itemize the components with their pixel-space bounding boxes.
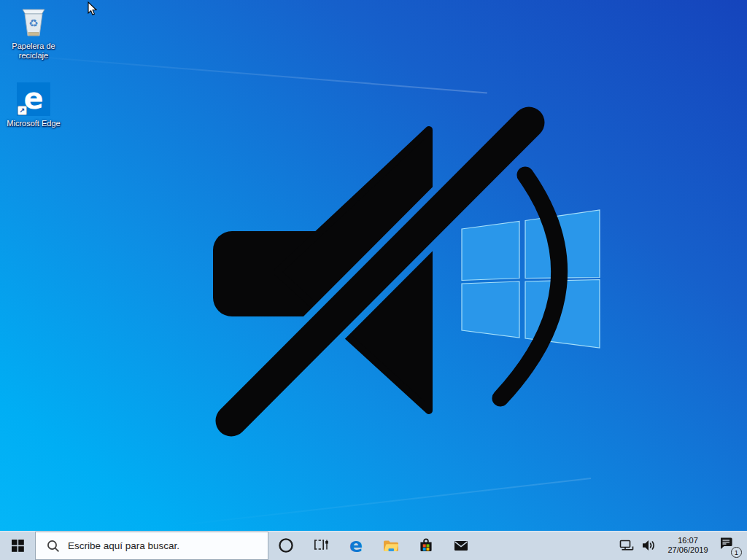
speaker-body <box>213 231 344 316</box>
mail-button[interactable] <box>444 531 479 560</box>
muted-speaker-icon <box>0 0 747 560</box>
desktop-icon-recycle-bin[interactable]: ♻ Papelera de reciclaje <box>6 4 61 61</box>
start-windows-icon <box>12 540 24 552</box>
wallpaper-light-beam <box>0 52 487 94</box>
task-view-button[interactable] <box>303 531 338 560</box>
start-button[interactable] <box>0 531 35 560</box>
edge-icon: e <box>349 535 363 555</box>
shortcut-arrow-icon: ↗ <box>18 106 27 115</box>
store-button[interactable] <box>409 531 444 560</box>
system-tray: 16:07 27/06/2019 1 <box>616 531 747 560</box>
volume-icon <box>640 537 658 554</box>
speaker-cone <box>277 130 429 411</box>
volume-tray-button[interactable] <box>638 531 661 560</box>
taskbar: e <box>0 531 747 560</box>
wallpaper-windows-logo <box>0 0 747 560</box>
notification-count-badge: 1 <box>731 547 742 558</box>
search-icon <box>46 539 61 553</box>
tray-time: 16:07 <box>664 536 712 545</box>
desktop-icon-label: Papelera de reciclaje <box>0 42 67 61</box>
mute-slash <box>231 122 529 421</box>
desktop-icon-label: Microsoft Edge <box>0 119 67 128</box>
recycle-symbol: ♻ <box>28 17 38 30</box>
action-center-button[interactable]: 1 <box>715 531 743 560</box>
desktop-icon-microsoft-edge[interactable]: e ↗ Microsoft Edge <box>6 82 61 128</box>
network-tray-button[interactable] <box>616 531 638 560</box>
mouse-cursor <box>88 1 99 18</box>
edge-taskbar-button[interactable]: e <box>338 531 374 560</box>
recycle-bin-icon: ♻ <box>6 4 61 39</box>
file-explorer-icon <box>382 537 400 554</box>
tray-date: 27/06/2019 <box>664 545 712 555</box>
store-icon <box>417 537 435 554</box>
file-explorer-button[interactable] <box>374 531 409 560</box>
cortana-icon <box>277 537 295 554</box>
wallpaper-light-beam <box>171 478 591 527</box>
mail-icon <box>452 537 470 554</box>
edge-tile-icon: e ↗ <box>17 82 50 116</box>
taskbar-pinned-apps: e <box>268 531 479 560</box>
search-input[interactable] <box>68 540 268 551</box>
task-view-icon <box>312 537 330 554</box>
cortana-button[interactable] <box>268 531 303 560</box>
network-icon <box>619 537 635 553</box>
sound-wave-arc <box>500 175 560 398</box>
clock-tray-button[interactable]: 16:07 27/06/2019 <box>661 531 715 560</box>
taskbar-search-box[interactable] <box>35 532 268 560</box>
